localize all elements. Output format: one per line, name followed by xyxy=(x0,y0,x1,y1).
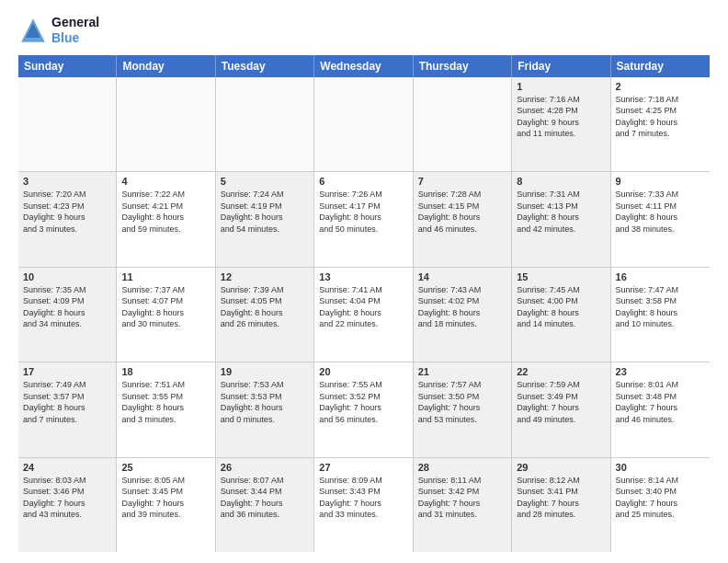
header-day-thursday: Thursday xyxy=(414,55,512,77)
day-info: Sunrise: 7:39 AM Sunset: 4:05 PM Dayligh… xyxy=(221,284,309,330)
day-info: Sunrise: 7:28 AM Sunset: 4:15 PM Dayligh… xyxy=(418,189,506,235)
cal-cell-3-6: 23Sunrise: 8:01 AM Sunset: 3:48 PM Dayli… xyxy=(611,362,710,456)
calendar-header: SundayMondayTuesdayWednesdayThursdayFrid… xyxy=(18,55,710,77)
day-info: Sunrise: 7:51 AM Sunset: 3:55 PM Dayligh… xyxy=(121,379,210,425)
day-number: 17 xyxy=(23,366,111,377)
day-info: Sunrise: 7:49 AM Sunset: 3:57 PM Dayligh… xyxy=(23,379,111,425)
cal-cell-1-4: 7Sunrise: 7:28 AM Sunset: 4:15 PM Daylig… xyxy=(414,172,512,266)
day-number: 26 xyxy=(221,462,309,473)
day-number: 8 xyxy=(517,176,605,187)
day-number: 6 xyxy=(319,176,407,187)
calendar-body: 1Sunrise: 7:16 AM Sunset: 4:28 PM Daylig… xyxy=(18,77,710,552)
calendar: SundayMondayTuesdayWednesdayThursdayFrid… xyxy=(18,55,710,552)
cal-cell-3-0: 17Sunrise: 7:49 AM Sunset: 3:57 PM Dayli… xyxy=(18,362,117,456)
day-number: 15 xyxy=(517,271,605,282)
day-number: 25 xyxy=(121,462,210,473)
day-number: 21 xyxy=(418,366,506,377)
day-info: Sunrise: 8:09 AM Sunset: 3:43 PM Dayligh… xyxy=(319,475,407,521)
day-info: Sunrise: 7:53 AM Sunset: 3:53 PM Dayligh… xyxy=(221,379,309,425)
cal-cell-0-5: 1Sunrise: 7:16 AM Sunset: 4:28 PM Daylig… xyxy=(512,77,610,171)
day-info: Sunrise: 8:12 AM Sunset: 3:41 PM Dayligh… xyxy=(517,475,605,521)
day-info: Sunrise: 8:05 AM Sunset: 3:45 PM Dayligh… xyxy=(121,475,210,521)
day-info: Sunrise: 7:57 AM Sunset: 3:50 PM Dayligh… xyxy=(418,379,506,425)
header-day-wednesday: Wednesday xyxy=(314,55,413,77)
cal-cell-4-2: 26Sunrise: 8:07 AM Sunset: 3:44 PM Dayli… xyxy=(216,458,314,552)
cal-cell-2-0: 10Sunrise: 7:35 AM Sunset: 4:09 PM Dayli… xyxy=(18,268,117,362)
day-number: 29 xyxy=(517,462,605,473)
day-info: Sunrise: 7:31 AM Sunset: 4:13 PM Dayligh… xyxy=(517,189,605,235)
day-number: 7 xyxy=(418,176,506,187)
cal-cell-3-2: 19Sunrise: 7:53 AM Sunset: 3:53 PM Dayli… xyxy=(216,362,314,456)
logo-icon xyxy=(18,16,48,45)
day-number: 5 xyxy=(221,176,309,187)
calendar-row-2: 10Sunrise: 7:35 AM Sunset: 4:09 PM Dayli… xyxy=(18,268,710,362)
calendar-row-1: 3Sunrise: 7:20 AM Sunset: 4:23 PM Daylig… xyxy=(18,172,710,267)
day-number: 4 xyxy=(121,176,210,187)
day-info: Sunrise: 7:41 AM Sunset: 4:04 PM Dayligh… xyxy=(319,284,407,330)
day-info: Sunrise: 7:33 AM Sunset: 4:11 PM Dayligh… xyxy=(616,189,705,235)
header-day-friday: Friday xyxy=(512,55,610,77)
header-day-sunday: Sunday xyxy=(18,55,117,77)
calendar-row-4: 24Sunrise: 8:03 AM Sunset: 3:46 PM Dayli… xyxy=(18,458,710,552)
day-info: Sunrise: 7:24 AM Sunset: 4:19 PM Dayligh… xyxy=(221,189,309,235)
cal-cell-1-0: 3Sunrise: 7:20 AM Sunset: 4:23 PM Daylig… xyxy=(18,172,117,266)
header-day-saturday: Saturday xyxy=(611,55,710,77)
day-info: Sunrise: 7:26 AM Sunset: 4:17 PM Dayligh… xyxy=(319,189,407,235)
cal-cell-3-4: 21Sunrise: 7:57 AM Sunset: 3:50 PM Dayli… xyxy=(414,362,512,456)
cal-cell-2-6: 16Sunrise: 7:47 AM Sunset: 3:58 PM Dayli… xyxy=(611,268,710,362)
day-number: 30 xyxy=(616,462,705,473)
cal-cell-1-6: 9Sunrise: 7:33 AM Sunset: 4:11 PM Daylig… xyxy=(611,172,710,266)
cal-cell-2-2: 12Sunrise: 7:39 AM Sunset: 4:05 PM Dayli… xyxy=(216,268,314,362)
cal-cell-4-1: 25Sunrise: 8:05 AM Sunset: 3:45 PM Dayli… xyxy=(117,458,215,552)
logo: General Blue xyxy=(18,15,99,46)
day-number: 19 xyxy=(221,366,309,377)
day-number: 27 xyxy=(319,462,407,473)
cal-cell-3-3: 20Sunrise: 7:55 AM Sunset: 3:52 PM Dayli… xyxy=(314,362,413,456)
day-number: 28 xyxy=(418,462,506,473)
day-number: 14 xyxy=(418,271,506,282)
day-info: Sunrise: 7:55 AM Sunset: 3:52 PM Dayligh… xyxy=(319,379,407,425)
day-info: Sunrise: 8:07 AM Sunset: 3:44 PM Dayligh… xyxy=(221,475,309,521)
day-number: 18 xyxy=(121,366,210,377)
cal-cell-4-4: 28Sunrise: 8:11 AM Sunset: 3:42 PM Dayli… xyxy=(414,458,512,552)
cal-cell-0-1 xyxy=(117,77,215,171)
cal-cell-0-4 xyxy=(414,77,512,171)
day-info: Sunrise: 7:35 AM Sunset: 4:09 PM Dayligh… xyxy=(23,284,111,330)
cal-cell-0-0 xyxy=(18,77,117,171)
calendar-row-0: 1Sunrise: 7:16 AM Sunset: 4:28 PM Daylig… xyxy=(18,77,710,172)
day-info: Sunrise: 7:20 AM Sunset: 4:23 PM Dayligh… xyxy=(23,189,111,235)
cal-cell-0-2 xyxy=(216,77,314,171)
cal-cell-4-6: 30Sunrise: 8:14 AM Sunset: 3:40 PM Dayli… xyxy=(611,458,710,552)
cal-cell-1-3: 6Sunrise: 7:26 AM Sunset: 4:17 PM Daylig… xyxy=(314,172,413,266)
calendar-row-3: 17Sunrise: 7:49 AM Sunset: 3:57 PM Dayli… xyxy=(18,362,710,457)
day-info: Sunrise: 7:47 AM Sunset: 3:58 PM Dayligh… xyxy=(616,284,705,330)
cal-cell-3-1: 18Sunrise: 7:51 AM Sunset: 3:55 PM Dayli… xyxy=(117,362,215,456)
cal-cell-2-4: 14Sunrise: 7:43 AM Sunset: 4:02 PM Dayli… xyxy=(414,268,512,362)
day-info: Sunrise: 7:37 AM Sunset: 4:07 PM Dayligh… xyxy=(121,284,210,330)
cal-cell-4-3: 27Sunrise: 8:09 AM Sunset: 3:43 PM Dayli… xyxy=(314,458,413,552)
day-info: Sunrise: 7:59 AM Sunset: 3:49 PM Dayligh… xyxy=(517,379,605,425)
day-info: Sunrise: 8:14 AM Sunset: 3:40 PM Dayligh… xyxy=(616,475,705,521)
day-info: Sunrise: 8:01 AM Sunset: 3:48 PM Dayligh… xyxy=(616,379,705,425)
cal-cell-2-1: 11Sunrise: 7:37 AM Sunset: 4:07 PM Dayli… xyxy=(117,268,215,362)
header: General Blue xyxy=(18,15,710,46)
cal-cell-0-3 xyxy=(314,77,413,171)
day-number: 20 xyxy=(319,366,407,377)
day-number: 16 xyxy=(616,271,705,282)
day-info: Sunrise: 7:45 AM Sunset: 4:00 PM Dayligh… xyxy=(517,284,605,330)
day-info: Sunrise: 7:43 AM Sunset: 4:02 PM Dayligh… xyxy=(418,284,506,330)
day-number: 24 xyxy=(23,462,111,473)
cal-cell-4-5: 29Sunrise: 8:12 AM Sunset: 3:41 PM Dayli… xyxy=(512,458,610,552)
day-number: 11 xyxy=(121,271,210,282)
day-number: 1 xyxy=(517,81,605,92)
cal-cell-4-0: 24Sunrise: 8:03 AM Sunset: 3:46 PM Dayli… xyxy=(18,458,117,552)
day-number: 12 xyxy=(221,271,309,282)
day-number: 22 xyxy=(517,366,605,377)
cal-cell-3-5: 22Sunrise: 7:59 AM Sunset: 3:49 PM Dayli… xyxy=(512,362,610,456)
header-day-tuesday: Tuesday xyxy=(216,55,314,77)
cal-cell-2-3: 13Sunrise: 7:41 AM Sunset: 4:04 PM Dayli… xyxy=(314,268,413,362)
day-number: 9 xyxy=(616,176,705,187)
day-number: 2 xyxy=(616,81,705,92)
day-number: 13 xyxy=(319,271,407,282)
day-number: 10 xyxy=(23,271,111,282)
